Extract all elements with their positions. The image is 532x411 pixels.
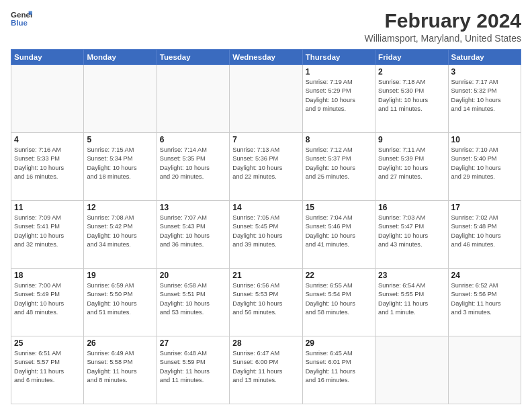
day-info: Sunrise: 6:55 AM Sunset: 5:54 PM Dayligh… [306,281,372,317]
day-number: 6 [160,135,226,144]
calendar-cell: 1Sunrise: 7:19 AM Sunset: 5:29 PM Daylig… [302,65,375,133]
header: General Blue February 2024 Williamsport,… [11,9,521,44]
calendar-cell: 21Sunrise: 6:56 AM Sunset: 5:53 PM Dayli… [230,269,302,336]
day-number: 20 [160,271,226,280]
day-number: 24 [451,271,518,280]
day-number: 27 [160,338,226,348]
day-info: Sunrise: 7:16 AM Sunset: 5:33 PM Dayligh… [14,146,81,181]
day-number: 19 [87,271,153,280]
day-info: Sunrise: 7:08 AM Sunset: 5:42 PM Dayligh… [87,214,153,249]
calendar-week-2: 4Sunrise: 7:16 AM Sunset: 5:33 PM Daylig… [11,133,521,201]
day-number: 28 [232,338,299,348]
day-number: 12 [87,203,153,212]
day-number: 11 [14,203,81,212]
calendar-cell: 16Sunrise: 7:03 AM Sunset: 5:47 PM Dayli… [375,201,448,269]
calendar-cell: 15Sunrise: 7:04 AM Sunset: 5:46 PM Dayli… [302,201,375,269]
day-info: Sunrise: 7:14 AM Sunset: 5:35 PM Dayligh… [160,146,226,181]
day-info: Sunrise: 7:17 AM Sunset: 5:32 PM Dayligh… [451,78,518,113]
day-info: Sunrise: 7:04 AM Sunset: 5:46 PM Dayligh… [306,214,372,249]
subtitle: Williamsport, Maryland, United States [365,33,521,44]
day-number: 3 [451,67,518,77]
day-number: 9 [378,135,445,144]
col-header-thursday: Thursday [302,50,375,65]
calendar-cell: 29Sunrise: 6:45 AM Sunset: 6:01 PM Dayli… [302,336,375,404]
day-info: Sunrise: 6:45 AM Sunset: 6:01 PM Dayligh… [306,349,372,385]
page: General Blue February 2024 Williamsport,… [0,0,532,411]
day-number: 8 [306,135,372,144]
col-header-friday: Friday [375,50,448,65]
calendar-table: Sunday Monday Tuesday Wednesday Thursday… [11,49,521,404]
day-number: 4 [14,135,81,144]
day-info: Sunrise: 6:58 AM Sunset: 5:51 PM Dayligh… [160,281,226,317]
day-info: Sunrise: 7:19 AM Sunset: 5:29 PM Dayligh… [306,78,372,113]
day-info: Sunrise: 6:52 AM Sunset: 5:56 PM Dayligh… [451,281,518,317]
calendar-cell: 12Sunrise: 7:08 AM Sunset: 5:42 PM Dayli… [84,201,157,269]
calendar-week-5: 25Sunrise: 6:51 AM Sunset: 5:57 PM Dayli… [11,336,521,404]
day-info: Sunrise: 7:07 AM Sunset: 5:43 PM Dayligh… [160,214,226,249]
calendar-cell: 3Sunrise: 7:17 AM Sunset: 5:32 PM Daylig… [448,65,521,133]
calendar-cell [230,65,302,133]
calendar-cell: 2Sunrise: 7:18 AM Sunset: 5:30 PM Daylig… [375,65,448,133]
calendar-cell: 17Sunrise: 7:02 AM Sunset: 5:48 PM Dayli… [448,201,521,269]
calendar-cell [11,65,84,133]
day-info: Sunrise: 7:15 AM Sunset: 5:34 PM Dayligh… [87,146,153,181]
calendar-cell: 18Sunrise: 7:00 AM Sunset: 5:49 PM Dayli… [11,269,84,336]
day-number: 13 [160,203,226,212]
calendar-cell: 13Sunrise: 7:07 AM Sunset: 5:43 PM Dayli… [157,201,229,269]
calendar-cell: 26Sunrise: 6:49 AM Sunset: 5:58 PM Dayli… [84,336,157,404]
day-number: 21 [232,271,299,280]
day-info: Sunrise: 6:56 AM Sunset: 5:53 PM Dayligh… [232,281,299,317]
calendar-cell: 24Sunrise: 6:52 AM Sunset: 5:56 PM Dayli… [448,269,521,336]
day-info: Sunrise: 6:51 AM Sunset: 5:57 PM Dayligh… [14,349,81,385]
day-info: Sunrise: 7:10 AM Sunset: 5:40 PM Dayligh… [451,146,518,181]
day-number: 29 [306,338,372,348]
calendar-cell: 27Sunrise: 6:48 AM Sunset: 5:59 PM Dayli… [157,336,229,404]
col-header-tuesday: Tuesday [157,50,229,65]
calendar-cell: 10Sunrise: 7:10 AM Sunset: 5:40 PM Dayli… [448,133,521,201]
day-number: 10 [451,135,518,144]
calendar-cell: 20Sunrise: 6:58 AM Sunset: 5:51 PM Dayli… [157,269,229,336]
calendar-cell: 11Sunrise: 7:09 AM Sunset: 5:41 PM Dayli… [11,201,84,269]
calendar-cell: 25Sunrise: 6:51 AM Sunset: 5:57 PM Dayli… [11,336,84,404]
calendar-cell [84,65,157,133]
calendar-cell: 7Sunrise: 7:13 AM Sunset: 5:36 PM Daylig… [230,133,302,201]
day-info: Sunrise: 7:09 AM Sunset: 5:41 PM Dayligh… [14,214,81,249]
day-number: 14 [232,203,299,212]
day-number: 5 [87,135,153,144]
day-number: 16 [378,203,445,212]
calendar-cell: 22Sunrise: 6:55 AM Sunset: 5:54 PM Dayli… [302,269,375,336]
day-number: 7 [232,135,299,144]
calendar-week-4: 18Sunrise: 7:00 AM Sunset: 5:49 PM Dayli… [11,269,521,336]
col-header-monday: Monday [84,50,157,65]
day-number: 25 [14,338,81,348]
day-number: 26 [87,338,153,348]
calendar-cell: 6Sunrise: 7:14 AM Sunset: 5:35 PM Daylig… [157,133,229,201]
day-number: 22 [306,271,372,280]
calendar-cell: 9Sunrise: 7:11 AM Sunset: 5:39 PM Daylig… [375,133,448,201]
calendar-cell [157,65,229,133]
day-info: Sunrise: 7:12 AM Sunset: 5:37 PM Dayligh… [306,146,372,181]
calendar-cell: 19Sunrise: 6:59 AM Sunset: 5:50 PM Dayli… [84,269,157,336]
day-info: Sunrise: 7:02 AM Sunset: 5:48 PM Dayligh… [451,214,518,249]
day-info: Sunrise: 7:00 AM Sunset: 5:49 PM Dayligh… [14,281,81,317]
calendar-cell [448,336,521,404]
day-number: 18 [14,271,81,280]
day-number: 2 [378,67,445,77]
calendar-cell: 5Sunrise: 7:15 AM Sunset: 5:34 PM Daylig… [84,133,157,201]
calendar-cell [375,336,448,404]
calendar-cell: 23Sunrise: 6:54 AM Sunset: 5:55 PM Dayli… [375,269,448,336]
day-info: Sunrise: 7:03 AM Sunset: 5:47 PM Dayligh… [378,214,445,249]
main-title: February 2024 [365,9,521,32]
day-number: 23 [378,271,445,280]
logo: General Blue [11,9,32,28]
calendar-week-1: 1Sunrise: 7:19 AM Sunset: 5:29 PM Daylig… [11,65,521,133]
day-info: Sunrise: 6:49 AM Sunset: 5:58 PM Dayligh… [87,349,153,385]
calendar-cell: 28Sunrise: 6:47 AM Sunset: 6:00 PM Dayli… [230,336,302,404]
day-info: Sunrise: 7:18 AM Sunset: 5:30 PM Dayligh… [378,78,445,113]
calendar-cell: 14Sunrise: 7:05 AM Sunset: 5:45 PM Dayli… [230,201,302,269]
col-header-sunday: Sunday [11,50,84,65]
day-info: Sunrise: 6:54 AM Sunset: 5:55 PM Dayligh… [378,281,445,317]
calendar-cell: 4Sunrise: 7:16 AM Sunset: 5:33 PM Daylig… [11,133,84,201]
day-info: Sunrise: 6:47 AM Sunset: 6:00 PM Dayligh… [232,349,299,385]
day-number: 17 [451,203,518,212]
